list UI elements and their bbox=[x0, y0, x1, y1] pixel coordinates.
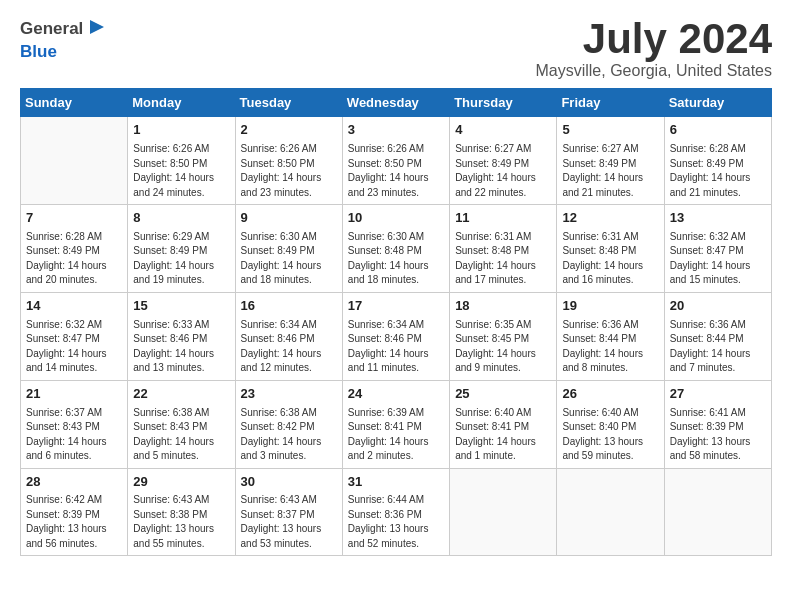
day-number: 6 bbox=[670, 121, 766, 140]
day-info: Sunrise: 6:40 AM Sunset: 8:40 PM Dayligh… bbox=[562, 406, 658, 464]
calendar-cell: 3Sunrise: 6:26 AM Sunset: 8:50 PM Daylig… bbox=[342, 117, 449, 205]
calendar-cell: 20Sunrise: 6:36 AM Sunset: 8:44 PM Dayli… bbox=[664, 292, 771, 380]
day-number: 1 bbox=[133, 121, 229, 140]
calendar-cell bbox=[450, 468, 557, 556]
day-info: Sunrise: 6:29 AM Sunset: 8:49 PM Dayligh… bbox=[133, 230, 229, 288]
calendar-cell: 11Sunrise: 6:31 AM Sunset: 8:48 PM Dayli… bbox=[450, 205, 557, 293]
day-info: Sunrise: 6:43 AM Sunset: 8:37 PM Dayligh… bbox=[241, 493, 337, 551]
calendar-cell: 1Sunrise: 6:26 AM Sunset: 8:50 PM Daylig… bbox=[128, 117, 235, 205]
day-info: Sunrise: 6:26 AM Sunset: 8:50 PM Dayligh… bbox=[241, 142, 337, 200]
day-number: 24 bbox=[348, 385, 444, 404]
calendar-week-row: 28Sunrise: 6:42 AM Sunset: 8:39 PM Dayli… bbox=[21, 468, 772, 556]
title-area: July 2024 Maysville, Georgia, United Sta… bbox=[535, 16, 772, 80]
day-number: 20 bbox=[670, 297, 766, 316]
calendar-cell: 15Sunrise: 6:33 AM Sunset: 8:46 PM Dayli… bbox=[128, 292, 235, 380]
calendar-cell: 28Sunrise: 6:42 AM Sunset: 8:39 PM Dayli… bbox=[21, 468, 128, 556]
calendar-week-row: 14Sunrise: 6:32 AM Sunset: 8:47 PM Dayli… bbox=[21, 292, 772, 380]
header-cell-monday: Monday bbox=[128, 89, 235, 117]
calendar-cell bbox=[21, 117, 128, 205]
calendar-cell: 22Sunrise: 6:38 AM Sunset: 8:43 PM Dayli… bbox=[128, 380, 235, 468]
calendar-cell: 8Sunrise: 6:29 AM Sunset: 8:49 PM Daylig… bbox=[128, 205, 235, 293]
day-info: Sunrise: 6:27 AM Sunset: 8:49 PM Dayligh… bbox=[562, 142, 658, 200]
day-info: Sunrise: 6:28 AM Sunset: 8:49 PM Dayligh… bbox=[670, 142, 766, 200]
day-number: 23 bbox=[241, 385, 337, 404]
day-info: Sunrise: 6:43 AM Sunset: 8:38 PM Dayligh… bbox=[133, 493, 229, 551]
day-number: 19 bbox=[562, 297, 658, 316]
calendar-week-row: 21Sunrise: 6:37 AM Sunset: 8:43 PM Dayli… bbox=[21, 380, 772, 468]
day-info: Sunrise: 6:30 AM Sunset: 8:49 PM Dayligh… bbox=[241, 230, 337, 288]
day-number: 21 bbox=[26, 385, 122, 404]
day-info: Sunrise: 6:41 AM Sunset: 8:39 PM Dayligh… bbox=[670, 406, 766, 464]
calendar-week-row: 7Sunrise: 6:28 AM Sunset: 8:49 PM Daylig… bbox=[21, 205, 772, 293]
calendar-cell: 17Sunrise: 6:34 AM Sunset: 8:46 PM Dayli… bbox=[342, 292, 449, 380]
day-info: Sunrise: 6:34 AM Sunset: 8:46 PM Dayligh… bbox=[241, 318, 337, 376]
calendar-cell: 27Sunrise: 6:41 AM Sunset: 8:39 PM Dayli… bbox=[664, 380, 771, 468]
calendar-cell: 31Sunrise: 6:44 AM Sunset: 8:36 PM Dayli… bbox=[342, 468, 449, 556]
header-cell-friday: Friday bbox=[557, 89, 664, 117]
day-number: 2 bbox=[241, 121, 337, 140]
header-cell-wednesday: Wednesday bbox=[342, 89, 449, 117]
day-number: 29 bbox=[133, 473, 229, 492]
day-info: Sunrise: 6:33 AM Sunset: 8:46 PM Dayligh… bbox=[133, 318, 229, 376]
calendar-cell: 16Sunrise: 6:34 AM Sunset: 8:46 PM Dayli… bbox=[235, 292, 342, 380]
location-title: Maysville, Georgia, United States bbox=[535, 62, 772, 80]
day-number: 4 bbox=[455, 121, 551, 140]
day-info: Sunrise: 6:26 AM Sunset: 8:50 PM Dayligh… bbox=[133, 142, 229, 200]
day-info: Sunrise: 6:26 AM Sunset: 8:50 PM Dayligh… bbox=[348, 142, 444, 200]
day-info: Sunrise: 6:37 AM Sunset: 8:43 PM Dayligh… bbox=[26, 406, 122, 464]
calendar-cell: 6Sunrise: 6:28 AM Sunset: 8:49 PM Daylig… bbox=[664, 117, 771, 205]
day-number: 7 bbox=[26, 209, 122, 228]
day-number: 17 bbox=[348, 297, 444, 316]
day-number: 31 bbox=[348, 473, 444, 492]
day-info: Sunrise: 6:31 AM Sunset: 8:48 PM Dayligh… bbox=[562, 230, 658, 288]
logo-icon bbox=[86, 16, 108, 38]
day-number: 14 bbox=[26, 297, 122, 316]
day-info: Sunrise: 6:42 AM Sunset: 8:39 PM Dayligh… bbox=[26, 493, 122, 551]
day-info: Sunrise: 6:36 AM Sunset: 8:44 PM Dayligh… bbox=[670, 318, 766, 376]
calendar-cell: 7Sunrise: 6:28 AM Sunset: 8:49 PM Daylig… bbox=[21, 205, 128, 293]
day-info: Sunrise: 6:36 AM Sunset: 8:44 PM Dayligh… bbox=[562, 318, 658, 376]
calendar-cell: 14Sunrise: 6:32 AM Sunset: 8:47 PM Dayli… bbox=[21, 292, 128, 380]
day-number: 30 bbox=[241, 473, 337, 492]
header-cell-thursday: Thursday bbox=[450, 89, 557, 117]
day-number: 12 bbox=[562, 209, 658, 228]
day-info: Sunrise: 6:27 AM Sunset: 8:49 PM Dayligh… bbox=[455, 142, 551, 200]
day-info: Sunrise: 6:38 AM Sunset: 8:43 PM Dayligh… bbox=[133, 406, 229, 464]
calendar-cell: 25Sunrise: 6:40 AM Sunset: 8:41 PM Dayli… bbox=[450, 380, 557, 468]
day-number: 9 bbox=[241, 209, 337, 228]
header: General Blue July 2024 Maysville, Georgi… bbox=[20, 16, 772, 80]
calendar-cell: 23Sunrise: 6:38 AM Sunset: 8:42 PM Dayli… bbox=[235, 380, 342, 468]
calendar-cell: 9Sunrise: 6:30 AM Sunset: 8:49 PM Daylig… bbox=[235, 205, 342, 293]
calendar-cell: 10Sunrise: 6:30 AM Sunset: 8:48 PM Dayli… bbox=[342, 205, 449, 293]
calendar-cell: 12Sunrise: 6:31 AM Sunset: 8:48 PM Dayli… bbox=[557, 205, 664, 293]
day-info: Sunrise: 6:32 AM Sunset: 8:47 PM Dayligh… bbox=[670, 230, 766, 288]
day-number: 27 bbox=[670, 385, 766, 404]
calendar-header-row: SundayMondayTuesdayWednesdayThursdayFrid… bbox=[21, 89, 772, 117]
day-number: 3 bbox=[348, 121, 444, 140]
calendar-cell: 30Sunrise: 6:43 AM Sunset: 8:37 PM Dayli… bbox=[235, 468, 342, 556]
header-cell-sunday: Sunday bbox=[21, 89, 128, 117]
calendar-cell: 24Sunrise: 6:39 AM Sunset: 8:41 PM Dayli… bbox=[342, 380, 449, 468]
logo-general: General bbox=[20, 19, 83, 39]
calendar-cell bbox=[664, 468, 771, 556]
day-number: 22 bbox=[133, 385, 229, 404]
day-info: Sunrise: 6:30 AM Sunset: 8:48 PM Dayligh… bbox=[348, 230, 444, 288]
day-number: 13 bbox=[670, 209, 766, 228]
day-number: 8 bbox=[133, 209, 229, 228]
day-info: Sunrise: 6:34 AM Sunset: 8:46 PM Dayligh… bbox=[348, 318, 444, 376]
header-cell-saturday: Saturday bbox=[664, 89, 771, 117]
calendar-cell: 18Sunrise: 6:35 AM Sunset: 8:45 PM Dayli… bbox=[450, 292, 557, 380]
calendar-cell: 13Sunrise: 6:32 AM Sunset: 8:47 PM Dayli… bbox=[664, 205, 771, 293]
svg-marker-0 bbox=[90, 20, 104, 34]
day-number: 28 bbox=[26, 473, 122, 492]
day-number: 25 bbox=[455, 385, 551, 404]
day-info: Sunrise: 6:35 AM Sunset: 8:45 PM Dayligh… bbox=[455, 318, 551, 376]
day-number: 16 bbox=[241, 297, 337, 316]
calendar-cell: 21Sunrise: 6:37 AM Sunset: 8:43 PM Dayli… bbox=[21, 380, 128, 468]
calendar-cell bbox=[557, 468, 664, 556]
header-cell-tuesday: Tuesday bbox=[235, 89, 342, 117]
calendar-week-row: 1Sunrise: 6:26 AM Sunset: 8:50 PM Daylig… bbox=[21, 117, 772, 205]
day-number: 15 bbox=[133, 297, 229, 316]
calendar-cell: 2Sunrise: 6:26 AM Sunset: 8:50 PM Daylig… bbox=[235, 117, 342, 205]
day-info: Sunrise: 6:28 AM Sunset: 8:49 PM Dayligh… bbox=[26, 230, 122, 288]
